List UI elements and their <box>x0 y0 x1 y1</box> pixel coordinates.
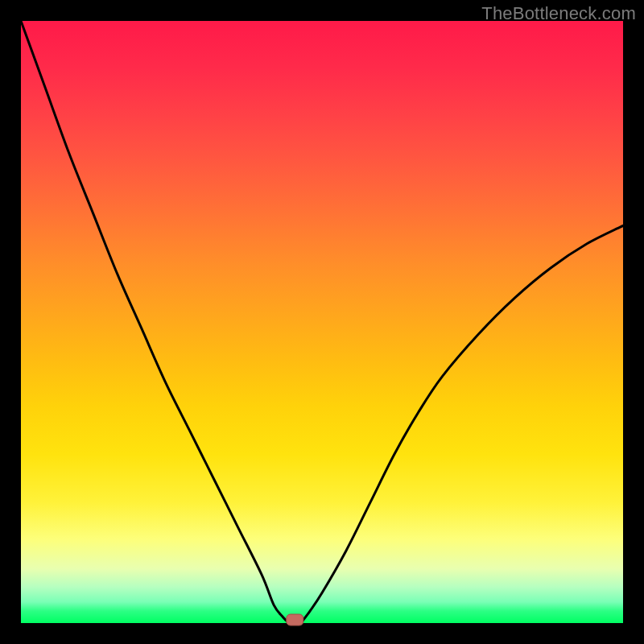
curve-left-branch <box>21 21 289 623</box>
minimum-marker <box>287 614 303 625</box>
curve-right-branch <box>301 225 623 623</box>
chart-frame <box>21 21 623 623</box>
curve-layer <box>21 21 623 623</box>
